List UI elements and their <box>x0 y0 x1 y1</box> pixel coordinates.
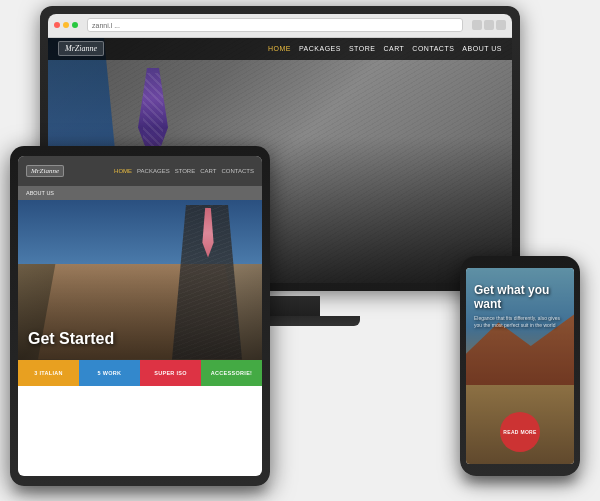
tablet-logo: MrZianne <box>26 165 64 177</box>
mobile-content: Get what you want Elegance that fits dif… <box>474 283 566 330</box>
tablet-site-nav: MrZianne HOME PACKAGES STORE CART CONTAC… <box>18 156 262 186</box>
desktop-nav-home[interactable]: HOME <box>268 45 291 52</box>
browser-close-dot[interactable] <box>54 22 60 28</box>
tablet-nav-about[interactable]: ABOUT US <box>26 190 54 196</box>
mobile-screen: Get what you want Elegance that fits dif… <box>466 268 574 464</box>
desktop-logo: MrZianne <box>58 41 104 56</box>
tablet-frame: MrZianne HOME PACKAGES STORE CART CONTAC… <box>10 146 270 486</box>
tablet-screen: MrZianne HOME PACKAGES STORE CART CONTAC… <box>18 156 262 476</box>
tablet-nav-home[interactable]: HOME <box>114 168 132 174</box>
desktop-nav-contacts[interactable]: CONTACTS <box>412 45 454 52</box>
browser-chrome: zanni.l ... <box>48 14 512 38</box>
desktop-nav-cart[interactable]: CART <box>383 45 404 52</box>
tablet-hero: Get Started <box>18 200 262 360</box>
desktop-nav-about[interactable]: ABOUT US <box>462 45 502 52</box>
browser-address-bar[interactable]: zanni.l ... <box>87 18 463 32</box>
browser-action-icons <box>472 20 506 30</box>
tablet-device: MrZianne HOME PACKAGES STORE CART CONTAC… <box>10 146 270 486</box>
tablet-nav-row2: ABOUT US <box>18 186 262 200</box>
tablet-nav-contacts[interactable]: CONTACTS <box>221 168 254 174</box>
tablet-category-4[interactable]: ACCESSORIE! <box>201 360 262 386</box>
tablet-nav-store[interactable]: STORE <box>175 168 196 174</box>
tablet-category-1[interactable]: 3 ITALIAN <box>18 360 79 386</box>
browser-minimize-dot[interactable] <box>63 22 69 28</box>
mobile-frame: Get what you want Elegance that fits dif… <box>460 256 580 476</box>
mobile-device: Get what you want Elegance that fits dif… <box>460 256 580 476</box>
scene: zanni.l ... <box>10 6 590 496</box>
tablet-category-2[interactable]: 5 WORK <box>79 360 140 386</box>
desktop-nav-store[interactable]: STORE <box>349 45 376 52</box>
desktop-site-nav: MrZianne HOME PACKAGES STORE CART CONTAC… <box>48 38 512 60</box>
mobile-headline: Get what you want <box>474 283 566 312</box>
tablet-nav-links: HOME PACKAGES STORE CART CONTACTS <box>114 168 254 174</box>
tablet-hero-text: Get Started <box>28 330 114 348</box>
browser-icon-1 <box>472 20 482 30</box>
browser-maximize-dot[interactable] <box>72 22 78 28</box>
mobile-cta-label: READ MORE <box>503 429 536 435</box>
tablet-nav-packages[interactable]: PACKAGES <box>137 168 170 174</box>
mobile-subtext: Elegance that fits differently, also giv… <box>474 315 566 329</box>
browser-icon-3 <box>496 20 506 30</box>
tablet-nav-cart[interactable]: CART <box>200 168 216 174</box>
tablet-category-3[interactable]: SUPER ISO <box>140 360 201 386</box>
mobile-cta-button[interactable]: READ MORE <box>500 412 540 452</box>
desktop-nav-packages[interactable]: PACKAGES <box>299 45 341 52</box>
desktop-nav-links: HOME PACKAGES STORE CART CONTACTS ABOUT … <box>268 45 502 52</box>
browser-icon-2 <box>484 20 494 30</box>
tablet-category-bar: 3 ITALIAN 5 WORK SUPER ISO ACCESSORIE! <box>18 360 262 386</box>
